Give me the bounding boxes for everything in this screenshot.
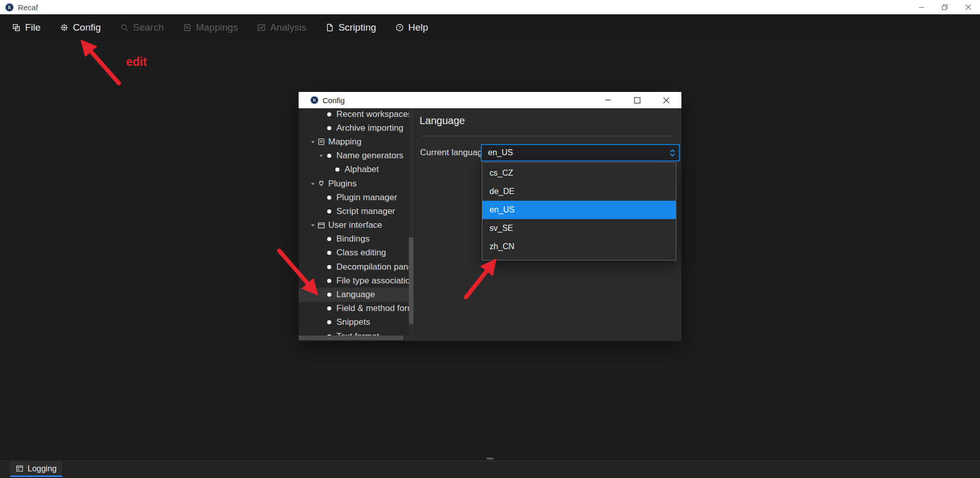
menu-item-scripting[interactable]: Scripting [326,14,376,41]
spinner-chevrons-icon [670,145,675,160]
scrollbar-thumb[interactable] [409,237,413,324]
tree-item-alphabet[interactable]: Alphabet [299,163,413,177]
scripting-icon [326,23,334,32]
tree-item-label: Plugins [328,179,357,189]
splitter-handle[interactable] [486,458,494,460]
mapping-icon [317,138,325,146]
tree-item-decompilation-panel[interactable]: Decompilation panel [299,260,413,274]
dropdown-option-de-de[interactable]: de_DE [482,182,676,201]
bullet-icon [333,168,341,172]
chevron-down-icon[interactable] [309,181,317,186]
restore-icon [942,4,948,10]
recaf-logo-icon: R [5,3,14,12]
tree-item-label: Class editing [336,248,386,258]
tree-horizontal-scrollbar[interactable] [299,336,413,340]
menu-item-label: Search [133,22,164,33]
current-language-label: Current language [420,147,487,158]
tree-item-label: Field & method form [336,303,409,314]
svg-text:R: R [313,98,316,103]
tree-item-label: File type associations [336,276,409,286]
edit-annotation-label: edit [126,55,147,69]
tree-item-language[interactable]: Language [299,288,413,301]
logging-icon [16,465,23,472]
language-combo-box[interactable]: en_US [481,144,680,161]
tree-item-user-interface[interactable]: User interface [299,219,413,232]
tab-label: Logging [28,464,57,473]
dialog-close-button[interactable] [654,92,678,108]
chevron-down-icon[interactable] [309,223,317,228]
tree-item-plugin-manager[interactable]: Plugin manager [299,190,413,204]
tree-item-label: Name generators [336,151,403,161]
svg-text:R: R [8,4,11,10]
mappings-icon [183,23,191,32]
menu-bar: FileConfigSearchMappingsAnalysisScriptin… [0,14,980,41]
dialog-maximize-button[interactable] [625,92,649,108]
tree-item-field-method-form[interactable]: Field & method form [299,302,413,316]
tab-logging[interactable]: Logging [10,462,62,477]
tree-item-plugins[interactable]: Plugins [299,177,413,190]
tree-item-archive-importing[interactable]: Archive importing [299,121,413,135]
close-button[interactable] [957,0,980,14]
menu-item-help[interactable]: ?Help [396,14,428,41]
tree-item-label: Archive importing [336,123,403,133]
bullet-icon [325,251,333,255]
config-tree: Recent workspacesArchive importingMappin… [299,108,413,341]
help-icon: ? [396,23,404,32]
restore-button[interactable] [933,0,957,14]
desktop: { "colors": { "selection_blue": "#1787e8… [0,0,980,478]
tree-item-script-manager[interactable]: Script manager [299,204,413,218]
menu-item-config[interactable]: Config [60,14,101,41]
tree-item-class-editing[interactable]: Class editing [299,246,413,260]
tree-item-bindings[interactable]: Bindings [299,232,413,246]
bullet-icon [325,196,333,200]
menu-item-analysis[interactable]: Analysis [257,14,306,41]
chevron-down-icon[interactable] [309,139,317,145]
dropdown-option-en-us[interactable]: en_US [482,201,676,219]
panel-header: Language [420,115,465,127]
menu-item-label: File [25,22,41,33]
config-dialog: R Config Recent workspacesArchive import… [299,92,681,341]
bottom-bar: Logging [0,461,980,478]
minimize-button[interactable] [910,0,933,14]
bullet-icon [325,293,333,297]
dropdown-option-sv-se[interactable]: sv_SE [482,219,676,237]
bullet-icon [325,126,333,130]
arrow-to-config-menu [85,44,119,83]
window-title: Recaf [18,3,38,12]
settings-panel: Language Current language en_US cs_CZde_… [413,108,681,341]
combo-value: en_US [488,148,513,157]
chevron-down-icon[interactable] [317,153,325,158]
maximize-icon [634,97,641,104]
dropdown-option-cs-cz[interactable]: cs_CZ [482,164,676,182]
dialog-minimize-button[interactable] [596,92,620,108]
language-dropdown-list: cs_CZde_DEen_USsv_SEzh_CN [482,162,676,260]
bullet-icon [325,306,333,310]
menu-item-label: Analysis [270,22,306,33]
bullet-icon [325,320,333,324]
tree-item-label: Language [336,290,375,300]
menu-item-mappings[interactable]: Mappings [183,14,238,41]
scrollbar-thumb[interactable] [299,336,403,340]
tree-item-file-type-associations[interactable]: File type associations [299,274,413,288]
tree-item-label: Decompilation panel [336,262,409,272]
tree-item-snippets[interactable]: Snippets [299,316,413,329]
dropdown-option-zh-cn[interactable]: zh_CN [482,237,676,256]
gear-icon [60,23,68,32]
tree-item-mapping[interactable]: Mapping [299,135,413,149]
tree-item-label: Mapping [328,137,361,147]
bullet-icon [325,265,333,269]
minimize-icon [919,5,924,10]
menu-item-search[interactable]: Search [120,14,164,41]
close-icon [663,97,670,104]
menu-item-file[interactable]: File [12,14,41,41]
bullet-icon [325,112,333,116]
tree-item-recent-workspaces[interactable]: Recent workspaces [299,108,413,121]
tree-item-label: Alphabet [345,164,379,175]
bullet-icon [325,279,333,283]
tree-item-name-generators[interactable]: Name generators [299,149,413,163]
dialog-window-controls [596,92,678,108]
close-icon [965,4,971,10]
tree-item-label: Snippets [336,317,370,327]
minimize-icon [605,97,611,103]
tree-vertical-scrollbar[interactable] [409,108,413,336]
